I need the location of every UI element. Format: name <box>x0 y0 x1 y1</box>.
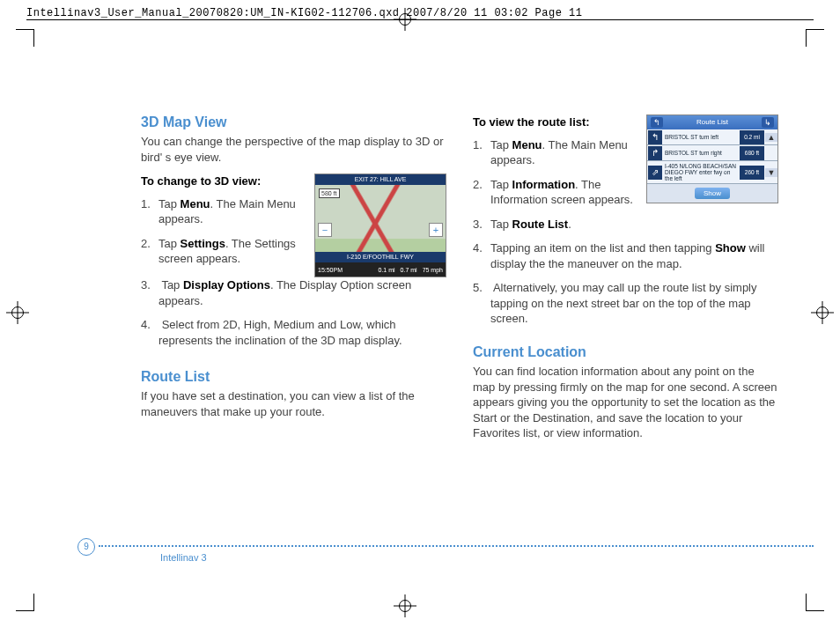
list-item: 3. Tap Display Options. The Display Opti… <box>158 277 446 308</box>
list-item: 1.Tap Menu. The Main Menu appears. <box>490 137 778 168</box>
footer-label: Intellinav 3 <box>160 552 814 563</box>
back-icon[interactable]: ↰ <box>651 117 663 128</box>
registration-mark <box>396 11 414 28</box>
route-list-header: ↰ Route List ↳ <box>647 115 777 129</box>
body-text: You can change the perspective of the ma… <box>141 134 446 165</box>
scroll-down-icon[interactable]: ▼ <box>765 168 777 177</box>
body-text: If you have set a destination, you can v… <box>141 388 446 419</box>
close-icon[interactable]: ↳ <box>762 117 774 128</box>
crop-mark <box>806 594 807 611</box>
map-top-street-bar: EXIT 27: HILL AVE <box>315 174 446 185</box>
doc-header-line: Intellinav3_User_Manual_20070820:UM_IN-K… <box>26 7 814 19</box>
list-item: 4. Select from 2D, High, Medium and Low,… <box>158 317 446 348</box>
list-item: 2.Tap Information. The Information scree… <box>490 177 778 208</box>
left-column: 3D Map View You can change the perspecti… <box>141 114 446 448</box>
heading-route-list: Route List <box>141 369 446 385</box>
map-dist1: 0.1 mi <box>376 267 398 273</box>
route-list-title: Route List <box>696 118 728 126</box>
registration-mark <box>396 597 414 615</box>
crop-mark <box>33 29 34 47</box>
list-item: 5. Alternatively, you may call up the ro… <box>490 280 778 327</box>
instruction-list: 3. Tap Display Options. The Display Opti… <box>141 277 446 348</box>
map-dist2: 0.7 mi <box>398 267 420 273</box>
right-column: ↰ Route List ↳ ↰ BRISTOL ST turn left 0.… <box>473 114 778 448</box>
heading-current-location: Current Location <box>473 344 778 360</box>
body-text: You can find location information about … <box>473 364 778 441</box>
footer-dotted-line <box>99 545 814 547</box>
instruction-list: 3.Tap Route List. 4.Tapping an item on t… <box>473 217 778 327</box>
crop-mark <box>807 29 824 30</box>
crop-mark <box>807 610 824 611</box>
header-rule <box>26 19 814 20</box>
page-footer: 9 Intellinav 3 <box>62 545 814 563</box>
map-speed: 75 mph <box>420 267 446 273</box>
crop-mark <box>806 29 807 47</box>
crop-mark <box>16 610 33 611</box>
list-item: 1.Tap Menu. The Main Menu appears. <box>158 196 446 227</box>
heading-3d-map-view: 3D Map View <box>141 114 446 130</box>
crop-mark <box>16 29 33 30</box>
list-item: 3.Tap Route List. <box>490 217 778 232</box>
list-item: 4.Tapping an item on the list and then t… <box>490 240 778 271</box>
crop-mark <box>33 594 34 611</box>
page-number-badge: 9 <box>77 538 95 556</box>
registration-mark <box>814 304 831 321</box>
registration-mark <box>9 304 26 321</box>
list-item: 2.Tap Settings. The Settings screen appe… <box>158 236 446 267</box>
map-time: 15:50PM <box>315 267 345 273</box>
